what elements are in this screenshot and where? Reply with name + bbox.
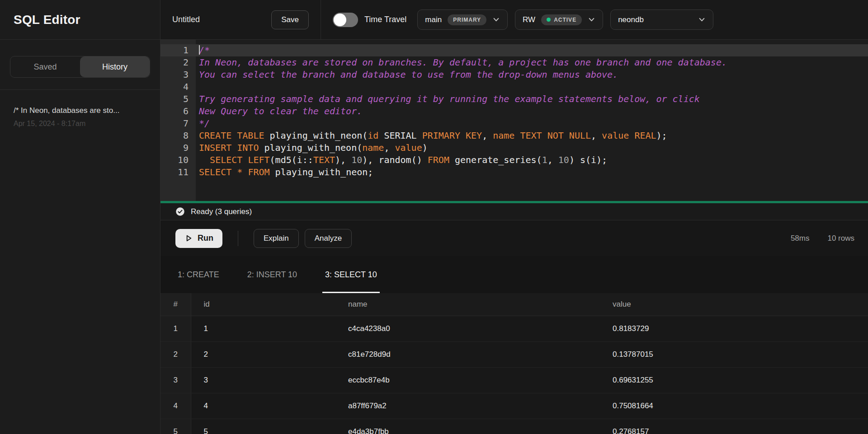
column-header-id: id (191, 293, 335, 316)
time-travel-toggle[interactable] (333, 13, 358, 27)
line-content: INSERT INTO playing_with_neon(name, valu… (196, 142, 428, 154)
history-item[interactable]: /* In Neon, databases are sto...Apr 15, … (14, 106, 146, 128)
line-number: 5 (160, 93, 196, 105)
editor-lines: 1/*2In Neon, databases are stored on bra… (160, 40, 868, 178)
column-header-name: name (335, 293, 600, 316)
line-content: /* (196, 44, 210, 56)
topbar-query-section: Untitled Save (160, 0, 321, 39)
chevron-down-icon (698, 16, 706, 23)
code-line-5[interactable]: 5Try generating sample data and querying… (160, 93, 868, 105)
code-line-6[interactable]: 6New Query to clear the editor. (160, 105, 868, 117)
line-content: New Query to clear the editor. (196, 105, 362, 117)
results-header-row: #idnamevalue (160, 293, 868, 316)
line-number: 1 (160, 44, 196, 56)
query-stats: 58ms 10 rows (791, 234, 854, 243)
active-status-dot (547, 18, 551, 22)
table-row[interactable]: 55e4da3b7fbb0.2768157 (160, 419, 868, 434)
database-name: neondb (618, 15, 644, 24)
line-number: 8 (160, 130, 196, 142)
line-content: CREATE TABLE playing_with_neon(id SERIAL… (196, 130, 667, 142)
saved-history-segmented-control: SavedHistory (10, 56, 150, 78)
page-title: SQL Editor (14, 13, 80, 27)
chevron-down-icon (492, 16, 500, 23)
code-line-7[interactable]: 7*/ (160, 117, 868, 130)
results-table: #idnamevalue 11c4ca4238a00.818372922c81e… (160, 293, 868, 434)
sidebar: SQL Editor SavedHistory /* In Neon, data… (0, 0, 160, 434)
sidebar-tab-saved[interactable]: Saved (10, 56, 80, 77)
sidebar-header: SQL Editor (0, 0, 160, 40)
topbar: Untitled Save Time Travel main PRIMARY R… (160, 0, 868, 40)
row-num-cell: 4 (160, 393, 191, 419)
sql-editor-app: SQL Editor SavedHistory /* In Neon, data… (0, 0, 868, 434)
explain-button[interactable]: Explain (254, 229, 299, 248)
play-icon (184, 234, 193, 243)
row-num-cell: 5 (160, 419, 191, 434)
column-header-value: value (600, 293, 868, 316)
value-cell: 0.2768157 (600, 419, 868, 434)
compute-name: RW (523, 15, 535, 24)
line-number: 3 (160, 69, 196, 81)
sql-code-editor[interactable]: 1/*2In Neon, databases are stored on bra… (160, 40, 868, 201)
table-row[interactable]: 11c4ca4238a00.8183729 (160, 316, 868, 341)
query-name[interactable]: Untitled (172, 15, 200, 24)
time-travel-label: Time Travel (364, 15, 406, 24)
result-tab-3-select-10[interactable]: 3: SELECT 10 (322, 256, 380, 293)
id-cell: 4 (191, 393, 335, 419)
code-line-11[interactable]: 11SELECT * FROM playing_with_neon; (160, 166, 868, 178)
code-line-8[interactable]: 8CREATE TABLE playing_with_neon(id SERIA… (160, 130, 868, 142)
line-content: */ (196, 117, 210, 130)
sidebar-tabs-wrap: SavedHistory (0, 40, 160, 78)
main-panel: Untitled Save Time Travel main PRIMARY R… (160, 0, 868, 434)
branch-dropdown[interactable]: main PRIMARY (417, 9, 508, 30)
code-line-9[interactable]: 9INSERT INTO playing_with_neon(name, val… (160, 142, 868, 154)
line-number: 2 (160, 56, 196, 69)
value-cell: 0.75081664 (600, 393, 868, 419)
line-number: 4 (160, 81, 196, 93)
code-line-4[interactable]: 4 (160, 81, 868, 93)
code-line-3[interactable]: 3You can select the branch and database … (160, 69, 868, 81)
sidebar-tab-history[interactable]: History (80, 56, 150, 77)
analyze-button[interactable]: Analyze (305, 229, 352, 248)
table-row[interactable]: 33eccbc87e4b0.69631255 (160, 367, 868, 393)
line-number: 9 (160, 142, 196, 154)
row-num-cell: 1 (160, 316, 191, 341)
id-cell: 5 (191, 419, 335, 434)
run-button[interactable]: Run (175, 229, 222, 248)
branch-primary-badge: PRIMARY (448, 14, 486, 25)
toggle-knob (334, 14, 346, 26)
results-table-wrap: #idnamevalue 11c4ca4238a00.818372922c81e… (160, 293, 868, 434)
name-cell: a87ff679a2 (335, 393, 600, 419)
id-cell: 2 (191, 341, 335, 367)
result-tab-1-create[interactable]: 1: CREATE (175, 256, 222, 293)
name-cell: e4da3b7fbb (335, 419, 600, 434)
code-line-10[interactable]: 10 SELECT LEFT(md5(i::TEXT), 10), random… (160, 154, 868, 166)
history-timestamp: Apr 15, 2024 - 8:17am (14, 120, 146, 128)
id-cell: 3 (191, 367, 335, 393)
code-line-2[interactable]: 2In Neon, databases are stored on branch… (160, 56, 868, 69)
actions-toolbar: Run Explain Analyze 58ms 10 rows (160, 220, 868, 256)
save-button[interactable]: Save (271, 10, 309, 29)
line-number: 10 (160, 154, 196, 166)
result-tabs: 1: CREATE2: INSERT 103: SELECT 10 (160, 256, 868, 293)
table-row[interactable]: 44a87ff679a20.75081664 (160, 393, 868, 419)
compute-status-badge: ACTIVE (541, 14, 582, 25)
name-cell: eccbc87e4b (335, 367, 600, 393)
name-cell: c81e728d9d (335, 341, 600, 367)
compute-dropdown[interactable]: RW ACTIVE (515, 9, 603, 30)
topbar-controls-section: Time Travel main PRIMARY RW ACTIVE neond… (321, 0, 868, 39)
history-list: /* In Neon, databases are sto...Apr 15, … (0, 90, 160, 144)
code-line-1[interactable]: 1/* (160, 44, 868, 56)
line-content: You can select the branch and database t… (196, 69, 618, 81)
value-cell: 0.13787015 (600, 341, 868, 367)
line-number: 11 (160, 166, 196, 178)
history-snippet: /* In Neon, databases are sto... (14, 106, 146, 115)
database-dropdown[interactable]: neondb (610, 9, 713, 30)
value-cell: 0.8183729 (600, 316, 868, 341)
run-button-label: Run (198, 233, 213, 243)
line-content (196, 81, 199, 93)
compute-status-label: ACTIVE (554, 17, 576, 23)
table-row[interactable]: 22c81e728d9d0.13787015 (160, 341, 868, 367)
result-tab-2-insert-10[interactable]: 2: INSERT 10 (245, 256, 300, 293)
ready-status-text: Ready (3 queries) (191, 207, 252, 216)
branch-name: main (425, 15, 442, 24)
